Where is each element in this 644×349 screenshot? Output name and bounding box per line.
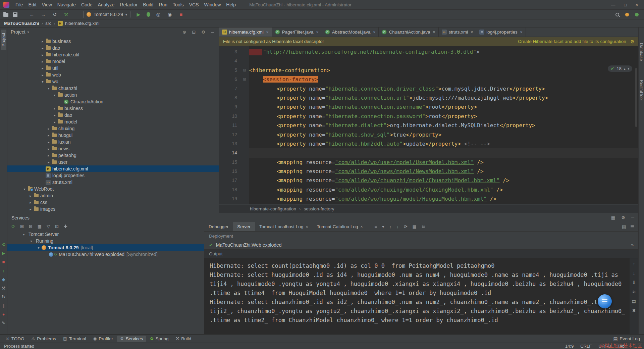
edit-icon[interactable]: ✎ (2, 320, 5, 326)
tree-item-struts.xml[interactable]: <>struts.xml (7, 179, 219, 186)
menu-item-build[interactable]: Build (140, 1, 156, 8)
editor-tab-hibernate.cfg.xml[interactable]: Hhibernate.cfg.xml× (219, 28, 272, 37)
tree-item-peitaohg[interactable]: ▸peitaohg (7, 152, 219, 159)
scroll-down-icon[interactable]: ↓ (396, 224, 399, 229)
tree-item-huogui[interactable]: ▸huogui (7, 132, 219, 139)
close-tab-icon[interactable]: × (520, 30, 523, 35)
editor-breadcrumb-item[interactable]: hibernate-configuration (250, 206, 296, 211)
minimize-icon[interactable]: — (611, 2, 615, 7)
open-icon[interactable] (3, 13, 8, 17)
locate-icon[interactable]: ⊕ (182, 30, 186, 35)
code-line-3[interactable]: 3"http://hibernate.sourceforge.net/hiber… (219, 47, 638, 56)
services-item-tomcat-server[interactable]: ▾Tomcat Server (7, 231, 204, 238)
menu-item-vcs[interactable]: VCS (186, 1, 202, 8)
tree-item-admin[interactable]: ▸admin (7, 192, 219, 199)
tree-collapsed-arrow[interactable]: ▸ (46, 127, 52, 131)
coverage-icon[interactable]: ◎ (155, 12, 162, 17)
tool-window-button-todo[interactable]: ☑TODO (3, 336, 28, 342)
tree-item-action[interactable]: ▾action (7, 92, 219, 98)
editor-tab-chuanzhiaction.java[interactable]: CChuanzhiAction.java× (379, 28, 438, 37)
back-icon[interactable]: ← (29, 12, 35, 17)
menu-item-help[interactable]: Help (223, 1, 238, 8)
run-configuration-select[interactable]: Tomcat 8.0.29 ▾ (83, 11, 130, 18)
event-log-button[interactable]: ▤ Event Log (613, 336, 641, 341)
save-icon[interactable] (13, 12, 17, 17)
stop-icon[interactable]: ■ (2, 259, 5, 264)
breadcrumb-item[interactable]: src (45, 21, 51, 26)
tree-collapsed-arrow[interactable]: ▸ (46, 154, 52, 157)
tree-item-css[interactable]: ▸css (7, 199, 219, 206)
record-icon[interactable]: ● (2, 312, 5, 317)
facet-banner-link[interactable]: Create Hibernate facet and add file to i… (518, 39, 626, 44)
tree-item-dao[interactable]: ▸dao (7, 45, 219, 51)
settings-gear-icon[interactable]: ⚙ (201, 30, 205, 35)
menu-item-file[interactable]: File (13, 1, 26, 8)
search-icon[interactable] (615, 13, 619, 16)
menu-item-tools[interactable]: Tools (170, 1, 186, 8)
services-item-matouchuanzhi-web-exploded[interactable]: ↻MaTouChuanZhi:Web exploded[Synchronized… (7, 251, 204, 258)
undo-icon[interactable]: ↺ (51, 12, 58, 17)
tree-collapsed-arrow[interactable]: ▸ (52, 107, 58, 110)
soft-wrap-icon[interactable]: ≋ (422, 224, 425, 229)
deployment-item[interactable]: ✔ MaTouChuanZhi:Web exploded » (204, 240, 638, 250)
tree-collapsed-arrow[interactable]: ▸ (46, 134, 52, 137)
close-tab-icon[interactable]: × (316, 30, 319, 35)
forward-icon[interactable]: → (40, 12, 47, 17)
console-tab-tomcat-catalina-log[interactable]: Tomcat Catalina Log× (312, 222, 367, 231)
tree-item-chuxing[interactable]: ▸chuxing (7, 125, 219, 132)
tool-window-button-terminal[interactable]: ▤Terminal (60, 336, 89, 342)
code-line-15[interactable]: 15<mapping resource="com/allde/wo/user/m… (219, 158, 638, 167)
editor-tab-pagerfilter.java[interactable]: CPagerFilter.java× (272, 28, 322, 37)
close-icon[interactable]: × (635, 2, 638, 7)
code-editor[interactable]: 3"http://hibernate.sourceforge.net/hiber… (219, 46, 638, 204)
filter-icon[interactable]: ▽ (47, 224, 50, 229)
expand-all-icon[interactable]: ⊞ (20, 224, 24, 229)
tree-collapsed-arrow[interactable]: ▸ (40, 46, 46, 50)
tree-item-log4j.properties[interactable]: ≣log4j.properties (7, 172, 219, 179)
layout-icon[interactable]: ▦ (611, 215, 615, 220)
editor-tab-struts.xml[interactable]: <>struts.xml× (439, 28, 477, 37)
settings-gear-icon[interactable]: ⚙ (621, 215, 625, 220)
tree-item-model[interactable]: ▸model (7, 58, 219, 65)
hide-icon[interactable]: ─ (631, 215, 634, 220)
tool-strip-project-tab[interactable]: Project (1, 30, 6, 50)
profiler-icon[interactable]: ◉ (166, 12, 173, 17)
tree-item-business[interactable]: ▸business (7, 105, 219, 112)
options-icon[interactable]: ⊡ (55, 224, 59, 229)
tree-expanded-arrow[interactable]: ▾ (21, 233, 27, 236)
breadcrumb-item[interactable]: MaTouChuanZhi (4, 21, 39, 26)
print-icon[interactable]: ▤ (632, 299, 636, 304)
update-indicator-icon[interactable] (625, 13, 629, 16)
build-icon[interactable]: ⚒ (63, 12, 69, 17)
tree-collapsed-arrow[interactable]: ▸ (52, 120, 58, 124)
console-output[interactable]: Hibernate: select count(peitaohgmo0_.id)… (204, 258, 630, 334)
sync-icon[interactable]: ↻ (2, 294, 5, 299)
menu-item-navigate[interactable]: Navigate (55, 1, 78, 8)
tree-collapsed-arrow[interactable]: ▸ (40, 73, 46, 77)
tree-collapsed-arrow[interactable]: ▸ (46, 147, 52, 151)
tree-item-news[interactable]: ▸news (7, 145, 219, 152)
breadcrumb-item[interactable]: hibernate.cfg.xml (65, 21, 100, 26)
refresh-icon[interactable]: ⟳ (11, 224, 15, 229)
editor-breadcrumb-item[interactable]: session-factory (304, 206, 334, 211)
tool-window-button-profiler[interactable]: ◉Profiler (90, 336, 116, 342)
tree-expanded-arrow[interactable]: ▾ (28, 239, 34, 243)
tree-item-util[interactable]: ▸util (7, 65, 219, 71)
tree-item-images[interactable]: ▸images (7, 206, 219, 212)
tree-item-dao[interactable]: ▸dao (7, 112, 219, 118)
tree-item-chuanzhiaction[interactable]: CChuanzhiAction (7, 98, 219, 105)
soft-wrap-icon[interactable]: ≋ (632, 289, 636, 294)
tree-item-wo[interactable]: ▾wo (7, 78, 219, 85)
hide-panel-icon[interactable]: ─ (211, 30, 214, 35)
scroll-up-icon[interactable]: ↑ (389, 224, 392, 229)
code-line-5[interactable]: 5⊟<hibernate-configuration> (219, 66, 638, 75)
code-line-14[interactable]: 14 (219, 148, 638, 157)
code-line-8[interactable]: 8<property name="hibernate.connection.ur… (219, 93, 638, 102)
add-icon[interactable]: ✚ (64, 224, 67, 229)
refresh-icon[interactable]: ⟳ (404, 224, 408, 229)
console-tab-server[interactable]: Server (233, 222, 255, 231)
tool-window-button-spring[interactable]: ✿Spring (147, 336, 171, 342)
line-separator[interactable]: CRLF (580, 344, 592, 349)
services-item-running[interactable]: ▾Running (7, 238, 204, 244)
tree-item-user[interactable]: ▸user (7, 159, 219, 165)
